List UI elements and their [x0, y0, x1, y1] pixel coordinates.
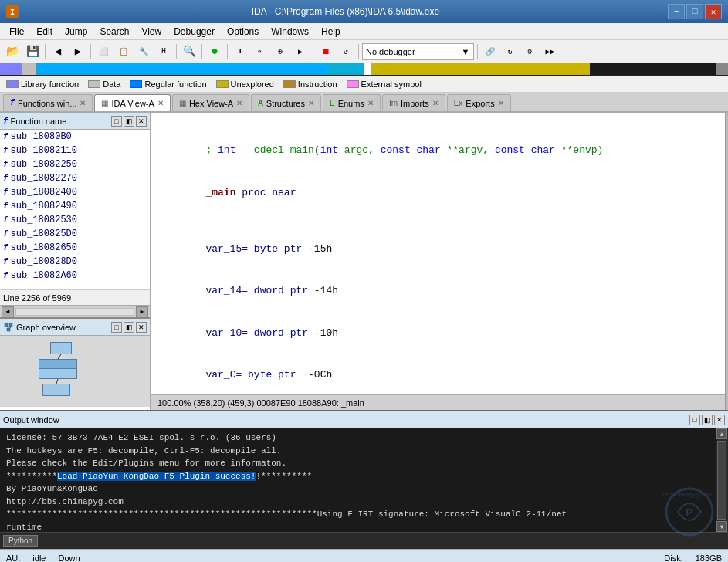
legend-library: Library function — [6, 80, 79, 89]
panel-float-button[interactable]: □ — [111, 116, 122, 127]
menu-search[interactable]: Search — [93, 23, 135, 39]
output-line-3: Please check the Edit/Plugins menu for m… — [6, 457, 709, 470]
step-over[interactable]: ↷ — [251, 42, 269, 61]
find-button[interactable]: 🔍 — [180, 42, 198, 61]
tab-struct-close[interactable]: ✕ — [308, 99, 314, 107]
graph-lines — [0, 336, 150, 407]
menu-help[interactable]: Help — [315, 23, 347, 39]
tab-imports[interactable]: Im Imports ✕ — [382, 94, 445, 111]
list-item[interactable]: f sub_18082270 — [0, 171, 150, 185]
tab-hex-view[interactable]: ▦ Hex View-A ✕ — [172, 94, 249, 111]
tab-functions-win[interactable]: f Functions win... ✕ — [3, 94, 93, 111]
step-into[interactable]: ⬇ — [231, 42, 249, 61]
tab-hex-label: Hex View-A — [189, 99, 233, 108]
back-button[interactable]: ◀ — [49, 42, 67, 61]
svg-line-5 — [8, 327, 8, 328]
list-item[interactable]: f sub_18082250 — [0, 157, 150, 171]
stop-button[interactable]: ■ — [317, 42, 335, 61]
tab-functions-close[interactable]: ✕ — [80, 99, 86, 107]
copy-button[interactable]: ⬜ — [94, 42, 113, 61]
menu-windows[interactable]: Windows — [265, 23, 315, 39]
tab-struct-label: Structures — [266, 99, 305, 108]
save-button[interactable]: 💾 — [23, 42, 42, 61]
list-item[interactable]: f sub_18082650 — [0, 241, 150, 255]
legend-regular: Regular function — [130, 80, 206, 89]
breakpoint-button[interactable]: ⊕ — [271, 42, 290, 61]
refresh-button[interactable]: ↻ — [501, 42, 520, 61]
menu-file[interactable]: File — [3, 23, 30, 39]
list-item[interactable]: f sub_18082530 — [0, 213, 150, 227]
list-item[interactable]: f sub_180828D0 — [0, 255, 150, 269]
list-item[interactable]: f sub_180825D0 — [0, 227, 150, 241]
scroll-down-btn[interactable]: ▼ — [716, 521, 727, 532]
scroll-right-btn[interactable]: ▶ — [136, 306, 148, 317]
forward-button[interactable]: ▶ — [69, 42, 87, 61]
scroll-left-btn[interactable]: ◀ — [2, 306, 14, 317]
output-dock-btn[interactable]: ◧ — [702, 415, 713, 425]
func-icon: f — [3, 146, 8, 155]
tab-hex-close[interactable]: ✕ — [236, 99, 242, 107]
scroll-up-btn[interactable]: ▲ — [716, 428, 727, 439]
open-button[interactable]: 📂 — [3, 42, 22, 61]
list-item[interactable]: f sub_18082400 — [0, 185, 150, 199]
maximize-button[interactable]: □ — [686, 4, 703, 19]
menu-options[interactable]: Options — [221, 23, 265, 39]
code-var-c: var_C= byte ptr -0Ch — [157, 354, 722, 394]
vertical-divider — [725, 113, 728, 410]
list-item[interactable]: f sub_18080B0 — [0, 130, 150, 144]
tab-enums-close[interactable]: ✕ — [367, 99, 374, 107]
output-close-btn[interactable]: ✕ — [714, 415, 725, 425]
hex-button[interactable]: H — [154, 42, 173, 61]
menu-debugger[interactable]: Debugger — [168, 23, 221, 39]
scroll-thumb[interactable] — [717, 441, 726, 520]
menu-bar: File Edit Jump Search View Debugger Opti… — [0, 23, 728, 40]
close-button[interactable]: ✕ — [705, 4, 722, 19]
list-item[interactable]: f sub_18082490 — [0, 199, 150, 213]
rerun-button[interactable]: ↺ — [337, 42, 355, 61]
graph-float-btn[interactable]: □ — [111, 322, 122, 333]
menu-view[interactable]: View — [135, 23, 168, 39]
code-content[interactable]: ; int __cdecl main(int argc, const char … — [151, 113, 728, 394]
menu-edit[interactable]: Edit — [30, 23, 59, 39]
horiz-scrollbar[interactable]: ◀ ▶ — [0, 305, 150, 317]
tab-enums[interactable]: E Enums ✕ — [323, 94, 381, 111]
legend-library-color — [6, 80, 19, 88]
functions-panel-title: f Function name □ ◧ ✕ — [0, 113, 150, 130]
func-icon: f — [3, 243, 8, 252]
python-button[interactable]: Python — [3, 535, 38, 547]
minimize-button[interactable]: − — [668, 4, 685, 19]
debugger-dropdown[interactable]: No debugger ▼ — [362, 43, 474, 60]
scroll-track[interactable] — [15, 308, 134, 316]
navigation-bar[interactable] — [0, 63, 728, 76]
paste-button[interactable]: 📋 — [114, 42, 133, 61]
nav-scrollbar[interactable] — [716, 63, 728, 75]
menu-jump[interactable]: Jump — [59, 23, 93, 39]
attach-button[interactable]: 🔗 — [481, 42, 499, 61]
output-content[interactable]: License: 57-3B73-7AE4-E2 ESEI spol. s r.… — [0, 428, 716, 532]
function-list[interactable]: f sub_18080B0 f sub_18082110 f sub_18082… — [0, 130, 150, 289]
config-button[interactable]: ⚙ — [521, 42, 540, 61]
nav-segment-3 — [36, 63, 327, 75]
legend-data-color — [88, 80, 100, 88]
panel-close-button[interactable]: ✕ — [136, 116, 147, 127]
graph-dock-btn[interactable]: ◧ — [124, 322, 134, 333]
run-button[interactable]: ● — [205, 42, 224, 61]
tab-imports-close[interactable]: ✕ — [432, 99, 438, 107]
disasm-button[interactable]: 🔧 — [134, 42, 153, 61]
tab-structures[interactable]: A Structures ✕ — [251, 94, 321, 111]
code-view[interactable]: ; int __cdecl main(int argc, const char … — [151, 113, 728, 410]
output-float-btn[interactable]: □ — [689, 415, 700, 425]
tab-ida-close[interactable]: ✕ — [157, 99, 164, 107]
tab-exports[interactable]: Ex Exports ✕ — [447, 94, 511, 111]
list-item[interactable]: f sub_18082110 — [0, 144, 150, 157]
tab-ida-view[interactable]: ▦ IDA View-A ✕ — [94, 94, 170, 111]
more-button[interactable]: ▶▶ — [541, 42, 560, 61]
list-item[interactable]: f sub_18082A60 — [0, 269, 150, 283]
output-line-8: runtime — [6, 521, 709, 533]
output-input-bar: Python — [0, 532, 728, 549]
graph-close-btn[interactable]: ✕ — [136, 322, 147, 333]
output-scrollbar[interactable]: ▲ ▼ — [716, 428, 728, 532]
tab-exports-close[interactable]: ✕ — [498, 99, 504, 107]
continue-button[interactable]: ▶ — [291, 42, 310, 61]
panel-dock-button[interactable]: ◧ — [124, 116, 134, 127]
